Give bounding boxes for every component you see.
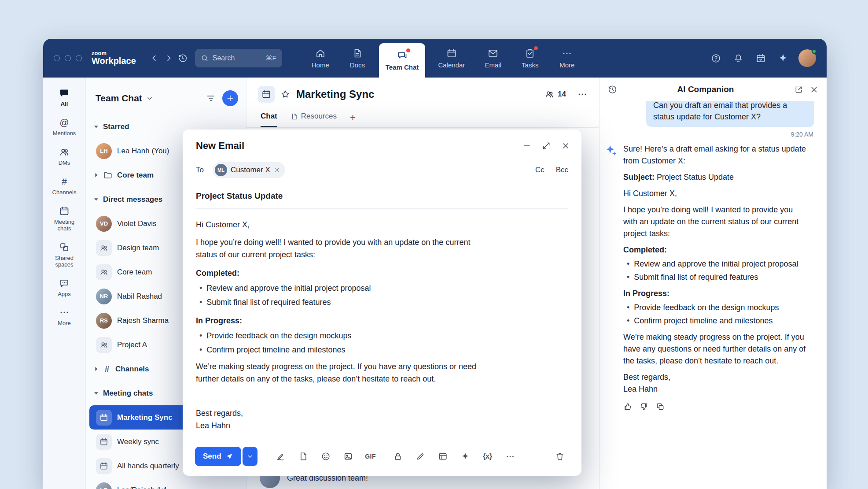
nav-calendar[interactable]: Calendar — [431, 39, 471, 78]
rail-item-apps[interactable]: Apps — [47, 274, 81, 301]
nav-home[interactable]: Home — [305, 39, 336, 78]
notifications-bell-icon[interactable] — [731, 50, 745, 66]
meeting-chat-icon — [96, 458, 112, 474]
nav-more[interactable]: More — [552, 39, 582, 78]
add-tab-button[interactable]: + — [350, 112, 356, 127]
ai-panel-header: AI Companion — [600, 78, 827, 101]
send-icon — [225, 452, 233, 460]
bcc-button[interactable]: Bcc — [556, 166, 568, 174]
lock-icon[interactable] — [389, 447, 407, 466]
edit-pencil-icon[interactable] — [411, 447, 430, 466]
members-button[interactable]: 14 — [544, 89, 566, 99]
subject-field[interactable]: Project Status Update — [196, 183, 568, 209]
thumbs-up-button[interactable] — [623, 402, 632, 411]
remove-recipient-button[interactable] — [274, 167, 280, 173]
rail-item-channels[interactable]: # Channels — [47, 172, 81, 199]
attach-file-icon[interactable] — [294, 447, 313, 466]
email-icon — [488, 48, 498, 59]
user-avatar[interactable] — [798, 49, 816, 67]
sidebar-item-lea-rajesh-1-1[interactable]: LR Lea/Rajesh 1:1 — [89, 478, 243, 489]
star-icon[interactable] — [280, 89, 290, 99]
back-button[interactable] — [147, 50, 162, 66]
team-icon — [96, 264, 112, 280]
folder-icon — [103, 170, 113, 180]
send-options-button[interactable] — [243, 447, 257, 466]
more-options-button[interactable] — [577, 89, 588, 100]
rail-item-meeting-chats[interactable]: Meeting chats — [47, 202, 81, 235]
window-controls — [54, 55, 82, 61]
close-icon[interactable] — [809, 85, 819, 94]
upcoming-meetings-icon[interactable] — [754, 50, 768, 66]
ai-sparkle-icon[interactable] — [456, 447, 474, 466]
delete-draft-button[interactable] — [551, 447, 569, 466]
member-count: 14 — [558, 90, 566, 99]
nav-docs[interactable]: Docs — [342, 39, 373, 78]
ai-conversation[interactable]: Can you draft an email that provides a s… — [600, 101, 827, 489]
filter-button[interactable] — [206, 93, 216, 103]
nav-tasks[interactable]: Tasks — [515, 39, 545, 78]
gif-picker-button[interactable]: GIF — [361, 447, 380, 466]
meeting-chat-icon — [258, 86, 275, 103]
people-icon — [544, 89, 554, 99]
completed-list: Review and approve the initial project p… — [623, 258, 808, 283]
rail-item-mentions[interactable]: @ Mentions — [47, 113, 81, 140]
to-field[interactable]: To ML Customer X Cc Bcc — [196, 157, 568, 183]
copy-button[interactable] — [656, 402, 665, 411]
logo-zoom: zoom — [92, 50, 136, 56]
more-tools-button[interactable] — [501, 447, 519, 466]
primary-nav: Home Docs Team Chat Calendar Email — [305, 39, 582, 78]
expand-button[interactable] — [542, 141, 551, 150]
signature-icon[interactable] — [272, 447, 290, 466]
zoom-window-button[interactable] — [76, 55, 82, 61]
nav-team-chat[interactable]: Team Chat — [379, 43, 426, 78]
variables-button[interactable]: {x} — [478, 447, 497, 466]
minimize-window-button[interactable] — [65, 55, 71, 61]
search-input[interactable]: Search ⌘F — [195, 49, 282, 67]
people-icon — [59, 146, 70, 158]
chat-bubble-icon — [59, 87, 70, 99]
rail-item-all[interactable]: All — [47, 84, 81, 111]
topbar-right-cluster — [709, 49, 816, 67]
open-in-new-icon[interactable] — [794, 85, 803, 94]
emoji-icon[interactable] — [316, 447, 335, 466]
email-body-editor[interactable]: Hi Customer X, I hope you’re doing well!… — [183, 209, 491, 447]
recipient-chip[interactable]: ML Customer X — [213, 162, 285, 178]
caret-right-icon — [94, 173, 99, 178]
close-button[interactable] — [561, 141, 570, 150]
help-icon[interactable] — [709, 50, 723, 66]
ai-companion-icon[interactable] — [776, 50, 790, 66]
minimize-button[interactable] — [522, 141, 531, 150]
forward-button[interactable] — [162, 50, 176, 66]
rail-item-shared-spaces[interactable]: Shared spaces — [47, 238, 81, 271]
new-chat-button[interactable] — [222, 90, 238, 106]
sidebar-title-dropdown[interactable]: Team Chat — [96, 93, 153, 104]
caret-down-icon — [94, 391, 99, 396]
calendar-icon — [59, 205, 70, 217]
image-icon[interactable] — [339, 447, 357, 466]
caret-down-icon — [94, 197, 99, 202]
cc-button[interactable]: Cc — [535, 166, 544, 174]
sidebar-header: Team Chat — [86, 78, 246, 114]
topbar: zoom Workplace Search ⌘F Home Docs — [43, 39, 827, 78]
chat-rail: All @ Mentions DMs # Channels Meeting ch… — [43, 78, 86, 489]
compose-toolbar: Send GIF {x} — [183, 447, 581, 476]
close-window-button[interactable] — [54, 55, 60, 61]
history-icon[interactable] — [607, 85, 617, 94]
rail-item-dms[interactable]: DMs — [47, 143, 81, 170]
to-label: To — [196, 166, 204, 174]
rail-item-more[interactable]: More — [47, 303, 81, 330]
tab-resources[interactable]: Resources — [291, 112, 337, 127]
send-button[interactable]: Send — [195, 447, 241, 466]
inprogress-list: Provide feedback on the design mockups C… — [623, 302, 808, 327]
apps-icon — [59, 277, 70, 289]
nav-email[interactable]: Email — [478, 39, 508, 78]
hash-icon: # — [103, 364, 111, 374]
layout-template-icon[interactable] — [434, 447, 452, 466]
thumbs-down-button[interactable] — [640, 402, 648, 411]
logo-workplace: Workplace — [92, 56, 136, 66]
history-icon[interactable] — [176, 50, 190, 66]
tab-chat[interactable]: Chat — [261, 112, 277, 127]
shared-spaces-icon — [59, 241, 70, 253]
chevron-down-icon — [146, 95, 153, 102]
calendar-icon — [446, 48, 457, 59]
